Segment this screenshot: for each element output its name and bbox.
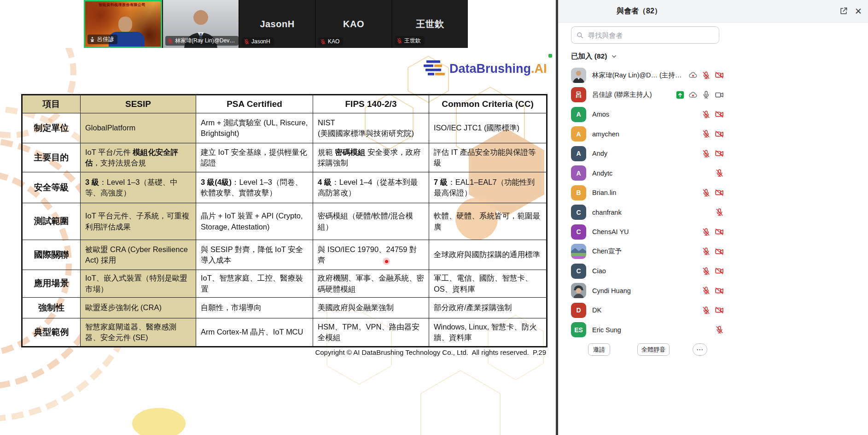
table-cell: HSM、TPM、VPN、路由器安全模組	[313, 318, 429, 347]
mic-on-icon	[702, 90, 711, 99]
participant-name: Amos	[592, 111, 609, 118]
participant-row[interactable]: 林家瑋(Ray Lin)@D… (主持人, 我)	[571, 65, 724, 85]
tile-name-label: JasonH	[242, 37, 274, 46]
table-cell: NIST(美國國家標準與技術研究院)	[313, 113, 429, 143]
more-options-button[interactable]: ⋯	[693, 343, 707, 356]
mute-all-button[interactable]: 全體靜音	[637, 343, 670, 356]
table-cell: 美國政府與金融業強制	[313, 298, 429, 318]
tile-name-label: KAO	[318, 37, 343, 46]
search-input[interactable]	[587, 31, 714, 40]
mic-muted-icon	[702, 306, 711, 315]
table-cell: 密碼模組（硬體/軟體/混合模組）	[313, 203, 429, 240]
participant-name: Ciao	[592, 267, 606, 275]
table-cell: 政府機關、軍事、金融系統、密碼硬體模組	[313, 270, 429, 298]
camera-off-icon	[715, 286, 724, 295]
participant-status-icons	[702, 188, 724, 197]
tile-label-text: 呂佳諺	[97, 35, 114, 43]
invite-button[interactable]: 邀請	[588, 343, 610, 356]
participant-status-icons	[702, 266, 724, 276]
table-row-label: 安全等級	[22, 172, 81, 203]
table-cell: 部分政府/產業採購強制	[429, 298, 547, 318]
table-cell: Windows, Linux, 智慧卡、防火牆、資料庫	[429, 318, 547, 347]
tile-name-label: 呂佳諺	[87, 35, 117, 44]
table-cell: IoT、智慧家庭、工控、醫療裝置	[196, 270, 313, 298]
participant-row[interactable]: BBrian.lin	[571, 183, 724, 203]
databrushing-logo: DataBrushing.AI	[424, 60, 547, 77]
video-tile[interactable]: KAOKAO	[316, 0, 391, 48]
mic-muted-icon	[320, 39, 326, 45]
table-cell: 3 級：Level 1–3（基礎、中等、高強度）	[81, 172, 196, 203]
participant-name: amychen	[592, 130, 619, 138]
camera-off-icon	[715, 306, 724, 315]
video-tile[interactable]: 林家瑋(Ray Lin)@Dev…	[163, 0, 239, 48]
table-header-cell: FIPS 140-2/3	[313, 95, 429, 113]
avatar: C	[571, 205, 586, 220]
participant-row[interactable]: CCiao	[571, 261, 724, 281]
mic-muted-icon	[715, 325, 724, 334]
table-row: 應用場景IoT、嵌入式裝置（特別是歐盟市場）IoT、智慧家庭、工控、醫療裝置政府…	[22, 270, 547, 298]
search-icon	[576, 31, 584, 39]
participant-name: DK	[592, 306, 601, 314]
table-row-label: 國際關聯	[22, 240, 81, 270]
mic-muted-icon	[702, 149, 711, 158]
table-cell: 軍工、電信、國防、智慧卡、OS、資料庫	[429, 270, 547, 298]
avatar: A	[571, 107, 586, 122]
participant-row[interactable]: AAndy	[571, 144, 724, 164]
participant-list: 林家瑋(Ray Lin)@D… (主持人, 我)呂呂佳諺 (聯席主持人)AAmo…	[571, 65, 724, 340]
close-icon[interactable]: ✕	[853, 6, 863, 16]
participant-row[interactable]: Cyndi Huang	[571, 281, 724, 301]
participant-row[interactable]: Aamychen	[571, 124, 724, 144]
avatar: B	[571, 185, 586, 200]
video-tile[interactable]: 智能資料梳理股份有限公司 呂佳諺	[84, 0, 162, 48]
tile-name-label: 林家瑋(Ray Lin)@Dev…	[165, 36, 239, 46]
table-row-label: 制定單位	[22, 113, 81, 143]
participant-row[interactable]: ESEric Sung	[571, 320, 724, 340]
mic-muted-icon	[396, 38, 402, 44]
presenter-icon	[89, 36, 95, 42]
cloud-recording-icon	[688, 90, 698, 100]
avatar: A	[571, 126, 586, 141]
video-tile[interactable]: JasonHJasonH	[239, 0, 315, 48]
popout-icon[interactable]	[839, 6, 849, 16]
tile-label-text: JasonH	[251, 38, 270, 45]
table-cell: 自願性，市場導向	[196, 298, 313, 318]
participant-status-icons	[702, 306, 724, 315]
video-tile[interactable]: 王世欽王世欽	[392, 0, 468, 48]
participant-search[interactable]	[571, 26, 719, 44]
mic-muted-icon	[244, 39, 250, 45]
participant-row[interactable]: CChensAI YU	[571, 222, 724, 242]
participant-name: ChensAI YU	[592, 228, 629, 235]
company-overlay-text: 智能資料梳理股份有限公司	[85, 2, 159, 7]
participant-status-icons	[715, 208, 724, 217]
mic-muted-icon	[702, 286, 711, 295]
avatar: C	[571, 264, 586, 279]
participant-row[interactable]: Cchanfrank	[571, 203, 724, 223]
table-cell: IoT 平台/元件 模組化安全評估，支持法規合規	[81, 143, 196, 172]
chevron-down-icon	[611, 53, 618, 60]
table-cell: ISO/IEC JTC1 (國際標準)	[429, 113, 547, 143]
table-cell: 智慧家庭閘道器、醫療感測器、安全元件 (SE)	[81, 318, 196, 347]
table-cell: IoT 平台元件、子系統，可重複利用評估成果	[81, 203, 196, 240]
participant-row[interactable]: AAndytc	[571, 164, 724, 183]
joined-section-toggle[interactable]: 已加入 (82)	[571, 52, 618, 61]
participant-row[interactable]: DDK	[571, 300, 724, 320]
table-cell: 軟體、硬體、系統皆可，範圍最廣	[429, 203, 547, 240]
participant-status-icons	[702, 110, 724, 119]
participants-panel: 與會者（82） ✕ 已加入 (82) 林家瑋(Ray Lin)@D… (主持人,…	[558, 0, 868, 435]
table-row: 主要目的IoT 平台/元件 模組化安全評估，支持法規合規建立 IoT 安全基線，…	[22, 143, 547, 172]
participant-row[interactable]: Chen宣予	[571, 242, 724, 262]
participant-name: Andy	[592, 150, 607, 157]
avatar	[571, 283, 586, 298]
table-cell: Arm + 測試實驗室 (UL, Riscure, Brightsight)	[196, 113, 313, 143]
camera-off-icon	[715, 110, 724, 119]
table-row: 強制性歐盟逐步強制化 (CRA)自願性，市場導向美國政府與金融業強制部分政府/產…	[22, 298, 547, 318]
table-cell: 被歐盟 CRA (Cyber Resilience Act) 採用	[81, 240, 196, 270]
table-row: 國際關聯被歐盟 CRA (Cyber Resilience Act) 採用與 S…	[22, 240, 547, 270]
tile-name-label: 王世欽	[395, 36, 425, 46]
mic-muted-icon	[167, 38, 173, 44]
table-cell: 全球政府與國防採購的通用標準	[429, 240, 547, 270]
avatar	[571, 244, 586, 259]
participant-row[interactable]: 呂呂佳諺 (聯席主持人)	[571, 85, 724, 105]
participant-row[interactable]: AAmos	[571, 105, 724, 124]
table-row: 安全等級3 級：Level 1–3（基礎、中等、高強度）3 級(4級)：Leve…	[22, 172, 547, 203]
